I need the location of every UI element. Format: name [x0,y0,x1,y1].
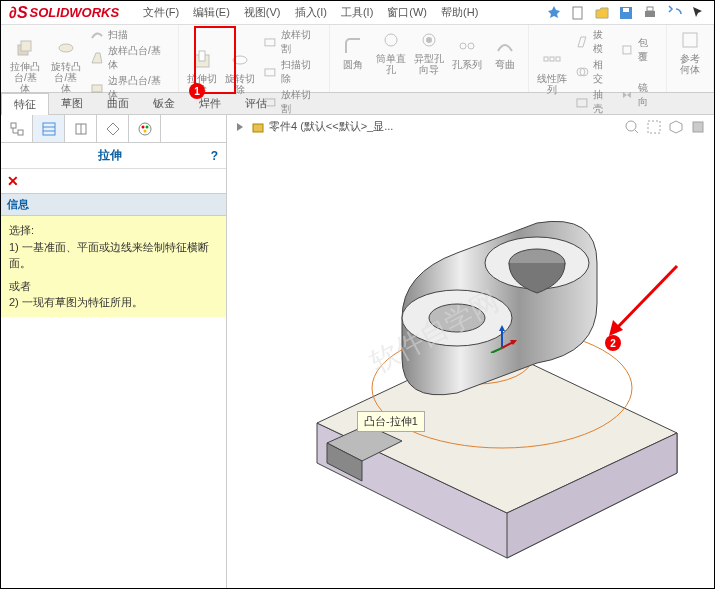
bend-button[interactable]: 弯曲 [486,27,524,77]
extrude-cut-icon [191,49,213,71]
pm-select-label: 选择: [9,222,218,239]
hole-series-button[interactable]: 孔系列 [448,27,486,77]
tree-icon [9,121,25,137]
wrap-button[interactable]: 包覆 [620,35,658,65]
svg-rect-39 [253,124,263,132]
linear-pattern-button[interactable]: 线性阵 列 [533,27,571,117]
shell-button[interactable]: 抽壳 [575,87,613,117]
svg-rect-43 [693,122,703,132]
svg-rect-0 [573,7,582,19]
menubar: ∂S SOLIDWORKS 文件(F) 编辑(E) 视图(V) 插入(I) 工具… [1,1,714,25]
menu-insert[interactable]: 插入(I) [289,3,333,22]
svg-rect-4 [647,7,653,11]
new-icon[interactable] [570,5,586,21]
svg-point-35 [139,123,151,135]
menu-items: 文件(F) 编辑(E) 视图(V) 插入(I) 工具(I) 窗口(W) 帮助(H… [137,3,484,22]
svg-rect-10 [199,51,205,61]
pm-info-body: 选择: 1) 一基准面、平面或边线来绘制特征横断面。 或者 2) 一现有草图为特… [1,216,226,317]
tab-sheetmetal[interactable]: 钣金 [141,93,187,114]
svg-rect-21 [550,57,554,61]
svg-point-19 [468,43,474,49]
save-icon[interactable] [618,5,634,21]
svg-rect-30 [43,123,55,135]
zoom-area-icon[interactable] [646,119,662,135]
svg-rect-3 [645,11,655,17]
pm-tab-property[interactable] [33,115,65,142]
part-icon [251,120,265,134]
svg-line-41 [635,130,638,133]
revolve-cut-icon [229,49,251,71]
loft-button[interactable]: 放样凸台/基体 [90,43,170,73]
svg-point-15 [385,34,397,46]
pm-close-button[interactable]: ✕ [1,169,226,193]
svg-point-18 [460,43,466,49]
pm-tab-feature-tree[interactable] [1,115,33,142]
loft-cut-button[interactable]: 扫描切除 [263,57,320,87]
viewport[interactable]: 零件4 (默认<<默认>_显... [227,115,714,588]
sweep-button[interactable]: 扫描 [90,27,170,43]
ref-geometry-button[interactable]: 参考 何体 [671,27,709,77]
display-style-icon[interactable] [690,119,706,135]
tab-feature[interactable]: 特征 [1,93,49,115]
menu-file[interactable]: 文件(F) [137,3,185,22]
svg-rect-25 [577,99,587,107]
view-orient-icon[interactable] [668,119,684,135]
fillet-button[interactable]: 圆角 [334,27,372,77]
hole-wizard-button[interactable]: 异型孔 向导 [410,27,448,77]
open-icon[interactable] [594,5,610,21]
tab-sketch[interactable]: 草图 [49,93,95,114]
pm-tab-config[interactable] [65,115,97,142]
origin-triad [487,323,517,353]
svg-rect-6 [21,41,31,51]
app-logo: ∂S SOLIDWORKS [1,4,127,22]
workspace: 拉伸 ? ✕ 信息 选择: 1) 一基准面、平面或边线来绘制特征横断面。 或者 … [1,115,714,588]
config-icon [73,121,89,137]
svg-rect-26 [623,45,631,53]
document-tab[interactable]: 零件4 (默认<<默认>_显... [233,119,393,134]
sweep-icon [90,28,104,42]
model-area[interactable]: 软件自学网 凸台-拉伸1 2 [227,143,714,588]
select-icon[interactable] [690,5,706,21]
svg-point-36 [141,125,144,128]
svg-point-37 [145,125,148,128]
print-icon[interactable] [642,5,658,21]
menu-help[interactable]: 帮助(H) [435,3,484,22]
revolve-boss-button[interactable]: 旋转凸 台/基体 [46,27,87,103]
svg-rect-22 [556,57,560,61]
loft-icon [90,51,104,65]
hole-simple-button[interactable]: 筒单直 孔 [372,27,410,77]
sweep-cut-button[interactable]: 放样切割 [263,27,320,57]
menu-edit[interactable]: 编辑(E) [187,3,236,22]
mirror-button[interactable]: 镜向 [620,80,658,110]
undo-icon[interactable] [666,5,682,21]
help-icon[interactable]: ? [211,149,218,163]
svg-rect-29 [18,130,23,135]
svg-point-11 [233,56,247,64]
draft-button[interactable]: 拔模 [575,27,613,57]
pm-tab-appearance[interactable] [129,115,161,142]
ribbon: 拉伸凸 台/基体 旋转凸 台/基体 扫描 放样凸台/基体 边界凸台/基体 拉伸切… [1,25,714,93]
property-manager: 拉伸 ? ✕ 信息 选择: 1) 一基准面、平面或边线来绘制特征横断面。 或者 … [1,115,227,588]
intersect-button[interactable]: 相交 [575,57,613,87]
menu-tools[interactable]: 工具(I) [335,3,379,22]
pin-icon[interactable] [546,5,562,21]
svg-rect-13 [265,69,275,76]
doc-name: 零件4 (默认<<默认>_显... [269,119,393,134]
pm-tab-dim[interactable] [97,115,129,142]
zoom-fit-icon[interactable] [624,119,640,135]
svg-rect-28 [11,123,16,128]
extrude-icon [14,37,36,59]
svg-rect-14 [265,99,275,106]
svg-point-7 [59,44,73,52]
menu-window[interactable]: 窗口(W) [381,3,433,22]
svg-rect-8 [92,85,102,92]
extrude-boss-button[interactable]: 拉伸凸 台/基体 [5,27,46,103]
boundary-icon [90,81,104,95]
svg-rect-20 [544,57,548,61]
tab-surface[interactable]: 曲面 [95,93,141,114]
menu-view[interactable]: 视图(V) [238,3,287,22]
svg-rect-42 [648,121,660,133]
svg-point-38 [143,129,146,132]
pm-tabs [1,115,226,143]
svg-point-17 [426,37,432,43]
